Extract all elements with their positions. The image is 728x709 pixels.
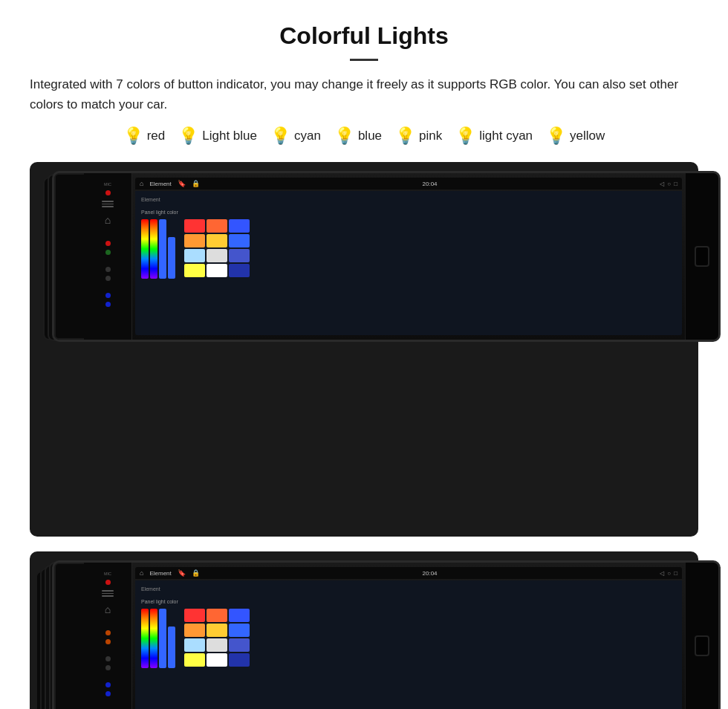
- bar-rainbow-b2: [150, 609, 157, 668]
- cell-b2: [207, 609, 227, 622]
- save-icon: 🔖: [178, 180, 186, 187]
- btn-plus-b: [105, 656, 111, 661]
- panel-light-label-b: Panel light color: [141, 599, 676, 604]
- left-bracket-bottom: [54, 563, 84, 709]
- color-item-cyan: 💡 cyan: [270, 128, 321, 144]
- menu-lines-b: [102, 590, 114, 597]
- cell-b3: [229, 609, 250, 622]
- cell-9: [229, 249, 250, 262]
- save-icon-b: 🔖: [178, 569, 186, 577]
- screen-title-b: Element: [149, 570, 171, 577]
- description-text: Integrated with 7 colors of button indic…: [30, 74, 698, 114]
- cell-4: [184, 234, 205, 247]
- panel-light-area-b: [141, 609, 676, 709]
- cell-2: [207, 219, 227, 233]
- color-item-lightblue: 💡 Light blue: [178, 128, 257, 144]
- screen-subtitle-b: Element: [141, 586, 676, 592]
- color-label-yellow: yellow: [570, 129, 605, 143]
- mount-hole: [695, 246, 709, 267]
- nav-icon-3: □: [674, 181, 677, 187]
- color-item-blue: 💡 blue: [334, 128, 382, 144]
- nav-icon-b3: □: [674, 570, 677, 577]
- home-screen-icon-b: ⌂: [140, 569, 143, 577]
- cell-8: [207, 249, 227, 262]
- btn-minus: [105, 276, 111, 281]
- btn-plus: [105, 267, 111, 272]
- nav-icon-b1: ◁: [660, 570, 664, 577]
- title-divider: [350, 59, 378, 61]
- nav-icon-1: ◁: [660, 181, 664, 187]
- right-panel: [685, 173, 718, 340]
- page-wrapper: Colorful Lights Integrated with 7 colors…: [0, 0, 728, 709]
- color-item-lightcyan: 💡 light cyan: [455, 128, 533, 144]
- color-label-pink: pink: [419, 129, 442, 143]
- cell-b12: [229, 653, 250, 667]
- btn-blue-3: [105, 682, 111, 687]
- bottom-radio-section: MIC ⌂: [30, 551, 698, 709]
- color-label-lightcyan: light cyan: [479, 129, 533, 143]
- color-item-red: 💡 red: [123, 128, 166, 144]
- home-icon: ⌂: [105, 214, 111, 226]
- cell-1: [184, 219, 205, 233]
- lock-icon: 🔒: [192, 180, 200, 187]
- bulb-icon-cyan: 💡: [270, 128, 290, 144]
- color-label-red: red: [147, 129, 166, 143]
- bar-rainbow-b1: [141, 609, 149, 668]
- bars-area: [141, 219, 175, 279]
- cell-b10: [184, 653, 205, 667]
- center-screen: ⌂ Element 🔖 🔒 20:04 ◁ ○ □: [132, 173, 685, 340]
- home-screen-icon: ⌂: [140, 180, 143, 187]
- panel-light-label: Panel light color: [141, 210, 676, 215]
- cell-b4: [184, 624, 205, 637]
- right-panel-bottom: [685, 563, 718, 709]
- btn-green-1: [105, 250, 111, 255]
- nav-icon-2: ○: [667, 181, 671, 187]
- bar-blue-2: [168, 237, 175, 279]
- screen-subtitle: Element: [141, 197, 676, 202]
- btn-red-1: [105, 241, 111, 246]
- cell-b1: [184, 609, 205, 622]
- screen-nav-icons: ◁ ○ □: [660, 181, 677, 187]
- btn-rst: [105, 190, 111, 195]
- bulb-icon-lightcyan: 💡: [455, 128, 475, 144]
- cell-b8: [207, 638, 227, 652]
- screen-header-b: ⌂ Element 🔖 🔒 20:04 ◁ ○ □: [135, 567, 682, 579]
- screen-time-b: 20:04: [423, 570, 438, 577]
- cell-b5: [207, 624, 227, 637]
- cell-7: [184, 249, 205, 262]
- cell-3: [229, 219, 250, 233]
- cell-b6: [229, 624, 250, 637]
- lock-icon-b: 🔒: [192, 569, 200, 577]
- nav-icon-b2: ○: [667, 570, 671, 577]
- screen-title: Element: [149, 181, 171, 187]
- color-lights-row: 💡 red 💡 Light blue 💡 cyan 💡 blue 💡 pink …: [30, 128, 698, 144]
- top-radio-section: MIC ⌂: [30, 162, 698, 537]
- left-panel: MIC ⌂: [84, 173, 132, 340]
- bulb-icon-yellow: 💡: [546, 128, 566, 144]
- bar-rainbow: [141, 219, 149, 279]
- bars-area-b: [141, 609, 175, 668]
- grid-area: [184, 219, 250, 329]
- bulb-icon-pink: 💡: [395, 128, 415, 144]
- color-label-lightblue: Light blue: [202, 129, 257, 143]
- btn-blue-4: [105, 691, 111, 696]
- home-icon-b: ⌂: [105, 603, 111, 615]
- menu-lines: [102, 201, 114, 207]
- screen-body: Element Panel light color: [135, 191, 682, 335]
- btn-orange-1: [105, 630, 111, 635]
- screen-nav-icons-b: ◁ ○ □: [660, 570, 677, 577]
- btn-minus-b: [105, 665, 111, 670]
- mic-label: MIC: [104, 182, 111, 187]
- cell-12: [229, 264, 250, 277]
- color-label-blue: blue: [358, 129, 382, 143]
- btn-blue-1: [105, 293, 111, 298]
- cell-b7: [184, 638, 205, 652]
- color-item-pink: 💡 pink: [395, 128, 442, 144]
- bar-blue-b1: [159, 609, 166, 668]
- screen-time: 20:04: [423, 181, 438, 187]
- screen-header: ⌂ Element 🔖 🔒 20:04 ◁ ○ □: [135, 178, 682, 190]
- screen-title-bar-b: ⌂ Element 🔖 🔒: [140, 569, 200, 577]
- cell-10: [184, 264, 205, 277]
- bar-blue-b2: [168, 627, 175, 668]
- bar-blue: [159, 219, 166, 279]
